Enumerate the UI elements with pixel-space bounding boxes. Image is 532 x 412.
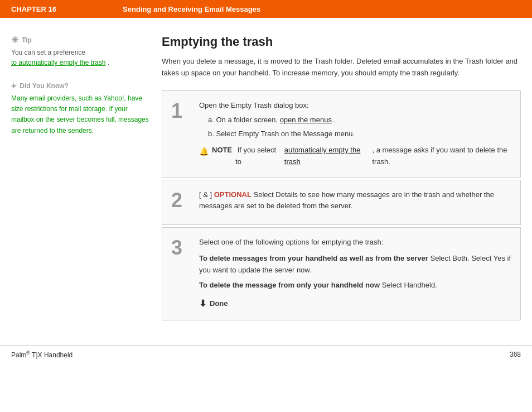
step-2-number: 2 <box>171 189 199 210</box>
plus-icon: + <box>11 81 16 91</box>
article: Emptying the trash When you delete a mes… <box>162 35 521 323</box>
tip-body: You can set a preference to automaticall… <box>11 47 151 68</box>
sidebar: ✳ Tip You can set a preference to automa… <box>11 35 162 323</box>
tip-link[interactable]: to automatically empty the trash <box>11 59 105 66</box>
brand-model: T|X <box>30 351 42 359</box>
footer-page: 368 <box>510 351 521 358</box>
step-3-main: Select one of the following options for … <box>199 237 511 248</box>
done-row: ⬇ Done <box>199 296 511 311</box>
delete-handheld-text: Select Handheld. <box>382 281 437 289</box>
step-1: 1 Open the Empty Trash dialog box: a. On… <box>162 90 521 178</box>
brand-name: Palm <box>11 351 26 359</box>
delete-server-bold: To delete messages from your handheld as… <box>199 254 428 262</box>
delete-handheld-bold: To delete the message from only your han… <box>199 281 380 289</box>
article-intro: When you delete a message, it is moved t… <box>162 56 521 79</box>
step-3-delete-handheld: To delete the message from only your han… <box>199 280 511 291</box>
tip-section: ✳ Tip You can set a preference to automa… <box>11 35 151 68</box>
optional-bracket: [ & ] <box>199 190 212 199</box>
note-suffix: , a message asks if you want to delete t… <box>372 145 511 168</box>
article-title: Emptying the trash <box>162 35 521 49</box>
auto-empty-link[interactable]: automatically empty the trash <box>284 145 369 168</box>
brand-sup: ® <box>26 350 30 356</box>
note-box: 🔔 NOTE If you select to automatically em… <box>199 145 511 168</box>
step-3: 3 Select one of the following options fo… <box>162 227 521 320</box>
open-menus-link[interactable]: open the menus <box>280 116 332 124</box>
step-2-content: [ & ] OPTIONAL Select Details to see how… <box>199 189 511 216</box>
step-1-sub-b: b. Select Empty Trash on the Message men… <box>208 128 511 140</box>
did-you-know-header: + Did You Know? <box>11 81 151 91</box>
tip-header: ✳ Tip <box>11 35 151 45</box>
step-1-number: 1 <box>171 100 199 121</box>
step-1-main: Open the Empty Trash dialog box: <box>199 100 511 112</box>
step-3-delete-server: To delete messages from your handheld as… <box>199 253 511 276</box>
step-1-sub-a-text: a. On a folder screen, <box>208 116 278 124</box>
step-3-content: Select one of the following options for … <box>199 237 511 311</box>
did-you-know-label: Did You Know? <box>20 82 69 90</box>
chapter-label: CHAPTER 16 <box>11 5 123 13</box>
footer: Palm® T|X Handheld 368 <box>0 345 532 363</box>
did-you-know-text: Many email providers, such as Yahoo!, ha… <box>11 93 151 136</box>
tip-label: Tip <box>22 36 32 44</box>
asterisk-icon: ✳ <box>11 35 18 45</box>
step-3-number: 3 <box>171 237 199 258</box>
step-2-main: [ & ] OPTIONAL Select Details to see how… <box>199 189 511 213</box>
header: CHAPTER 16 Sending and Receiving Email M… <box>0 0 532 18</box>
brand-handheld: Handheld <box>42 351 73 359</box>
footer-brand: Palm® T|X Handheld <box>11 350 72 359</box>
step-1-sub-a-end: . <box>334 116 336 124</box>
content-area: ✳ Tip You can set a preference to automa… <box>0 18 532 334</box>
optional-label: OPTIONAL <box>214 190 252 199</box>
note-label: NOTE <box>212 145 232 156</box>
step-1-content: Open the Empty Trash dialog box: a. On a… <box>199 100 511 168</box>
tip-prefix: You can set a preference <box>11 49 85 56</box>
done-label: Done <box>210 298 228 310</box>
note-prefix: If you select to <box>235 145 281 168</box>
step-2: 2 [ & ] OPTIONAL Select Details to see h… <box>162 180 521 226</box>
note-icon: 🔔 <box>199 145 209 157</box>
tip-suffix: . <box>108 59 109 66</box>
done-arrow-icon: ⬇ <box>199 296 206 311</box>
step-1-sub-a: a. On a folder screen, open the menus . <box>208 114 511 126</box>
did-you-know-section: + Did You Know? Many email providers, su… <box>11 81 151 136</box>
header-title: Sending and Receiving Email Messages <box>123 5 260 13</box>
